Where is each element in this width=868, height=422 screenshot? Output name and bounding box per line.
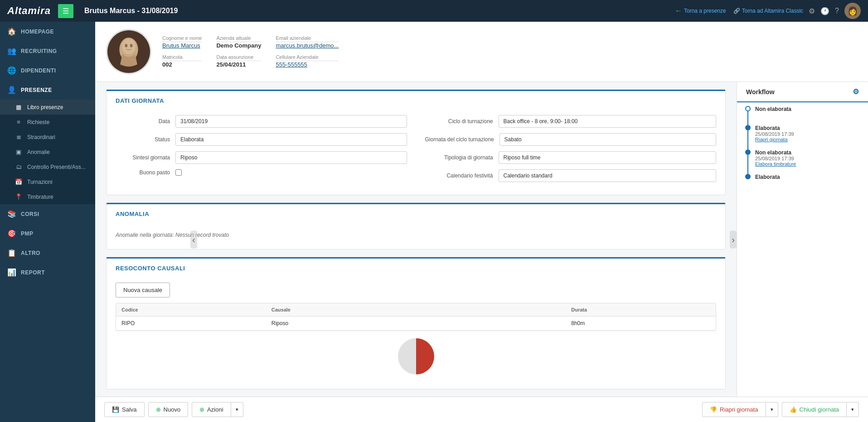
resoconto-body: Nuova causale Codice Causale Durata RIPO… bbox=[107, 275, 725, 389]
wf-dot-2 bbox=[745, 125, 751, 130]
calendario-input[interactable] bbox=[499, 169, 717, 182]
cell-causale: Riposo bbox=[266, 316, 566, 330]
settings-icon[interactable]: ⚙ bbox=[809, 7, 815, 15]
tipologia-row: Tipologia di giornata bbox=[425, 151, 717, 164]
workflow-steps: Non elaborata Elaborata 25/08/2019 17:39… bbox=[737, 102, 868, 191]
pie-chart bbox=[398, 338, 434, 374]
close-icon: 👍 bbox=[790, 406, 797, 413]
cell-durata: 8h0m bbox=[566, 316, 716, 330]
back-arrow-icon: ← bbox=[675, 7, 682, 15]
workflow-step-4: Elaborata bbox=[744, 174, 861, 187]
table-header: Codice Causale Durata bbox=[116, 303, 716, 316]
cognome-nome-value[interactable]: Brutus Marcus bbox=[162, 42, 200, 49]
sintesi-input[interactable] bbox=[175, 151, 407, 164]
menu-button[interactable]: ☰ bbox=[58, 4, 73, 18]
page-title: Brutus Marcus - 31/08/2019 bbox=[84, 7, 668, 15]
actions-main-button[interactable]: ⊕ Azioni bbox=[192, 402, 231, 417]
close-main-button[interactable]: 👍 Chiudi giornata bbox=[782, 402, 847, 417]
sidebar-subitem-anomalie[interactable]: ▣ Anomalie bbox=[0, 144, 95, 159]
actions-split-button: ⊕ Azioni ▾ bbox=[192, 402, 243, 417]
main-layout: 🏠 HOMEPAGE 👥 RECRUITING 🌐 DIPENDENTI 👤 P… bbox=[0, 22, 868, 422]
buono-checkbox[interactable] bbox=[175, 169, 182, 176]
status-input[interactable] bbox=[175, 133, 407, 146]
cellulare-value[interactable]: 555-555555 bbox=[276, 61, 307, 68]
tipologia-input[interactable] bbox=[499, 151, 717, 164]
sidebar-item-pmp[interactable]: 🎯 PMP bbox=[0, 224, 95, 243]
dati-giornata-body: Data Status Sintesi giornata bbox=[107, 108, 725, 195]
actions-dropdown-button[interactable]: ▾ bbox=[231, 402, 243, 417]
straordinari-icon: ≣ bbox=[15, 134, 23, 140]
sidebar-subitem-libro-presenze[interactable]: ▦ Libro presenze bbox=[0, 100, 95, 115]
scroll-left-button[interactable]: ‹ bbox=[190, 230, 197, 248]
nuova-causale-button[interactable]: Nuova causale bbox=[116, 283, 170, 297]
sidebar-subitem-richieste[interactable]: ≡ Richieste bbox=[0, 115, 95, 129]
bottom-left-actions: 💾 Salva ⊕ Nuovo ⊕ Azioni ▾ bbox=[104, 402, 243, 417]
classic-link[interactable]: 🔗 Torna ad Altamira Classic bbox=[733, 8, 803, 14]
matricola-field: Matricola 002 bbox=[162, 54, 202, 68]
giornata-ciclo-row: Giornata del ciclo turnazione bbox=[425, 133, 717, 146]
workflow-gear-icon[interactable]: ⚙ bbox=[853, 87, 859, 96]
sidebar-subitem-controllo[interactable]: 🗂 Controllo Presenti/Ass... bbox=[0, 159, 95, 174]
wf-action-riapri[interactable]: Riapri giornata bbox=[755, 137, 861, 142]
data-assunzione-value: 25/04/2011 bbox=[216, 61, 246, 68]
turnazioni-icon: 📅 bbox=[15, 178, 23, 185]
sidebar-subitem-timbrature[interactable]: 📍 Timbrature bbox=[0, 189, 95, 204]
reopen-dropdown-button[interactable]: ▾ bbox=[766, 402, 778, 417]
workflow-panel: Workflow ⚙ Non elaborata bbox=[737, 82, 868, 397]
bottom-right-actions: 👎 Riapri giornata ▾ 👍 Chiudi giornata ▾ bbox=[702, 402, 859, 417]
email-field: Email aziendale marcus.brutus@demo... bbox=[276, 35, 339, 49]
col-header-causale: Causale bbox=[266, 303, 566, 316]
controllo-icon: 🗂 bbox=[15, 163, 23, 170]
back-link[interactable]: ← Torna a presenze bbox=[675, 7, 726, 15]
wf-left-4 bbox=[744, 174, 752, 187]
sidebar-item-altro[interactable]: 📋 ALTRO bbox=[0, 243, 95, 263]
close-dropdown-button[interactable]: ▾ bbox=[847, 402, 859, 417]
wf-info-1: Non elaborata bbox=[755, 106, 861, 125]
recruiting-icon: 👥 bbox=[7, 47, 16, 55]
table-row: RIPO Riposo 8h0m bbox=[116, 316, 716, 331]
data-input[interactable] bbox=[175, 115, 407, 128]
ciclo-input[interactable] bbox=[499, 115, 717, 128]
workflow-step-1: Non elaborata bbox=[744, 106, 861, 125]
dipendenti-icon: 🌐 bbox=[7, 66, 16, 75]
avatar[interactable]: 👩 bbox=[844, 3, 861, 19]
sidebar-item-presenze[interactable]: 👤 PRESENZE bbox=[0, 80, 95, 100]
sidebar-item-report[interactable]: 📊 REPORT bbox=[0, 263, 95, 282]
help-icon[interactable]: ? bbox=[835, 7, 839, 15]
pie-chart-container bbox=[116, 331, 716, 382]
sidebar-item-recruiting[interactable]: 👥 RECRUITING bbox=[0, 41, 95, 61]
anomalie-icon: ▣ bbox=[15, 149, 23, 155]
classic-icon: 🔗 bbox=[733, 8, 740, 14]
giornata-ciclo-input[interactable] bbox=[499, 133, 716, 146]
sidebar-subitem-turnazioni[interactable]: 📅 Turnazioni bbox=[0, 174, 95, 189]
email-value[interactable]: marcus.brutus@demo... bbox=[276, 42, 339, 49]
sidebar: 🏠 HOMEPAGE 👥 RECRUITING 🌐 DIPENDENTI 👤 P… bbox=[0, 22, 95, 422]
azienda-field: Azienda attuale Demo Company bbox=[216, 35, 261, 49]
sidebar-item-homepage[interactable]: 🏠 HOMEPAGE bbox=[0, 22, 95, 41]
wf-dot-1 bbox=[745, 106, 751, 111]
workflow-step-3: Non elaborata 25/08/2019 17:39 Elabora t… bbox=[744, 149, 861, 174]
bottom-bar: 💾 Salva ⊕ Nuovo ⊕ Azioni ▾ bbox=[95, 397, 868, 422]
wf-info-4: Elaborata bbox=[755, 174, 861, 187]
logo: Altamira bbox=[7, 5, 51, 17]
clock-icon[interactable]: 🕐 bbox=[820, 7, 829, 15]
scroll-right-button[interactable]: › bbox=[730, 230, 737, 248]
workflow-tab-label: Workflow bbox=[746, 88, 775, 96]
new-button[interactable]: ⊕ Nuovo bbox=[148, 402, 189, 417]
sidebar-item-dipendenti[interactable]: 🌐 DIPENDENTI bbox=[0, 61, 95, 80]
sidebar-subitem-straordinari[interactable]: ≣ Straordinari bbox=[0, 129, 95, 144]
reopen-main-button[interactable]: 👎 Riapri giornata bbox=[702, 402, 766, 417]
cognome-nome-field: Cognome e nome Brutus Marcus bbox=[162, 35, 202, 49]
wf-connector-2 bbox=[747, 130, 748, 149]
anomalia-title: ANOMALIA bbox=[116, 211, 149, 217]
dati-giornata-header: DATI GIORNATA bbox=[107, 90, 725, 108]
save-button[interactable]: 💾 Salva bbox=[104, 402, 145, 417]
wf-action-elabora[interactable]: Elabora timbrature bbox=[755, 161, 861, 167]
sidebar-item-corsi[interactable]: 📚 CORSI bbox=[0, 204, 95, 224]
profile-col-3: Email aziendale marcus.brutus@demo... Ce… bbox=[276, 35, 339, 68]
dati-giornata-right: Ciclo di turnazione Giornata del ciclo t… bbox=[425, 115, 717, 187]
cellulare-field: Cellulare Aziendale 555-555555 bbox=[276, 54, 339, 68]
save-icon: 💾 bbox=[112, 406, 119, 413]
col-header-durata: Durata bbox=[566, 303, 716, 316]
presenze-submenu: ▦ Libro presenze ≡ Richieste ≣ Straordin… bbox=[0, 100, 95, 204]
